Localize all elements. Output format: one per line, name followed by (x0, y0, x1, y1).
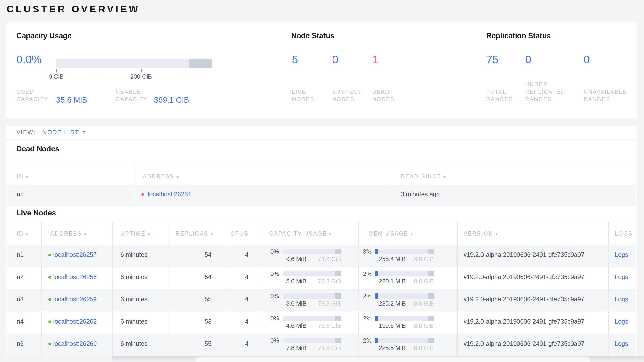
sort-desc-icon: ▼ (25, 232, 29, 236)
under-replicated-count: 0 (525, 53, 531, 66)
capacity-percent: 0% (263, 315, 279, 322)
node-replicas: 54 (170, 273, 212, 281)
col-capacity-usage[interactable]: CAPACITY USAGE▼ (269, 231, 332, 237)
node-uptime: 6 minutes (120, 340, 148, 347)
memory-values: 235.2 MiB8.0 GiB (376, 300, 434, 307)
node-cpus: 4 (226, 340, 248, 347)
total-ranges-stat: 75 TOTAL RANGES (486, 23, 523, 118)
memory-bar-fill (376, 316, 378, 321)
view-label: VIEW: (16, 129, 36, 136)
capacity-values: 8.6 MiB73.8 GiB (283, 300, 341, 307)
memory-total: 8.0 GiB (414, 300, 434, 307)
column-divider (170, 222, 170, 356)
sort-desc-icon: ▼ (210, 232, 214, 236)
axis-tick (56, 69, 56, 72)
sort-desc-icon: ▼ (495, 232, 498, 236)
live-nodes-table-body: n1 localhost:26257 6 minutes 54 4 0% 9.6… (6, 245, 637, 356)
sort-desc-icon: ▼ (83, 232, 87, 236)
node-address-link[interactable]: localhost:26261 (148, 191, 191, 198)
node-replicas: 54 (170, 251, 212, 258)
memory-percent: 2% (356, 293, 372, 300)
view-selector-dropdown[interactable]: NODE LIST ▼ (42, 129, 87, 136)
memory-total: 8.0 GiB (414, 322, 434, 329)
dead-col-dead-since[interactable]: DEAD SINCE▼ (401, 173, 446, 180)
memory-usage-bar (376, 293, 434, 299)
node-uptime: 6 minutes (120, 295, 148, 303)
axis-tick-label: 0 GiB (49, 73, 64, 80)
live-node-row: n3 localhost:26259 6 minutes 55 4 0% 8.6… (6, 289, 637, 311)
logs-link[interactable]: Logs (615, 273, 628, 281)
sort-desc-icon: ▼ (176, 175, 179, 179)
sort-desc-icon: ▼ (443, 175, 446, 179)
logs-link[interactable]: Logs (615, 340, 628, 347)
memory-bar-fill (376, 293, 378, 299)
col-uptime[interactable]: UPTIME▼ (120, 231, 150, 237)
capacity-used: 4.6 MiB (283, 322, 306, 329)
node-uptime: 6 minutes (120, 318, 148, 325)
node-cpus: 4 (226, 273, 248, 281)
capacity-used: 7.8 MiB (283, 344, 306, 351)
live-nodes-count: 5 (292, 53, 298, 66)
capacity-values: 9.6 MiB73.8 GiB (283, 256, 341, 263)
capacity-usage-bar (283, 293, 341, 299)
node-address-link[interactable]: localhost:26259 (53, 295, 97, 303)
live-status-icon (48, 343, 51, 345)
unavailable-ranges-stat: 0 UNAVAILABLE RANGES (584, 23, 643, 118)
node-address-link[interactable]: localhost:26262 (53, 318, 97, 325)
memory-total: 8.0 GiB (414, 278, 434, 285)
node-address-link[interactable]: localhost:26258 (53, 273, 97, 280)
node-id: n6 (17, 340, 24, 347)
column-divider (608, 222, 609, 356)
live-status-icon (48, 298, 51, 301)
suspect-nodes-label: SUSPECT NODES (332, 88, 370, 103)
node-address: localhost:26260 (48, 340, 97, 347)
memory-usage-bar (376, 271, 434, 276)
col-id[interactable]: ID▼ (17, 231, 29, 237)
total-ranges-count: 75 (486, 53, 498, 66)
memory-percent: 2% (356, 315, 372, 322)
sort-desc-icon: ▼ (328, 232, 332, 236)
node-id: n2 (17, 273, 24, 281)
node-address-link[interactable]: localhost:26260 (53, 340, 97, 347)
logs-link[interactable]: Logs (615, 318, 628, 325)
suspect-nodes-count: 0 (332, 53, 338, 66)
column-divider (390, 161, 391, 206)
col-address[interactable]: ADDRESS▼ (50, 231, 87, 237)
memory-percent: 3% (356, 248, 372, 255)
capacity-percent: 0% (263, 293, 279, 300)
usable-capacity-label: USABLE CAPACITY (116, 88, 154, 103)
used-capacity-label: USED CAPACITY (16, 88, 52, 103)
dead-col-id[interactable]: ID▼ (17, 173, 29, 180)
capacity-values: 7.8 MiB73.8 GiB (283, 344, 341, 351)
node-address-link[interactable]: localhost:26257 (53, 251, 97, 258)
node-cpus: 4 (226, 318, 248, 325)
memory-total: 8.0 GiB (414, 256, 434, 263)
column-divider (457, 222, 458, 356)
memory-values: 255.4 MiB8.0 GiB (376, 256, 434, 263)
node-version: v19.2.0-alpha.20190606-2491-gfe735c9a97 (464, 251, 584, 258)
memory-values: 225.5 MiB8.0 GiB (376, 344, 434, 351)
dead-nodes-table-header: ID▼ ADDRESS▼ DEAD SINCE▼ (6, 161, 637, 185)
memory-values: 220.1 MiB8.0 GiB (376, 278, 434, 285)
node-id: n5 (17, 191, 24, 198)
capacity-used-percent: 0.0% (16, 53, 42, 66)
view-selected-option: NODE LIST (42, 129, 79, 136)
live-nodes-table-header: ID▼ ADDRESS▼ UPTIME▼ REPLICAS▼ CPUS CAPA… (6, 222, 637, 245)
total-ranges-label: TOTAL RANGES (486, 88, 523, 103)
node-id: n4 (17, 318, 24, 325)
dead-since-value: 3 minutes ago (401, 191, 440, 198)
logs-link[interactable]: Logs (615, 251, 628, 258)
dead-col-address[interactable]: ADDRESS▼ (143, 173, 179, 180)
column-divider (226, 222, 226, 356)
col-mem-usage[interactable]: MEM USAGE▼ (368, 231, 413, 237)
logs-link[interactable]: Logs (615, 295, 628, 303)
capacity-used: 8.6 MiB (283, 300, 306, 307)
column-divider (259, 222, 260, 356)
node-version: v19.2.0-alpha.20190606-2491-gfe735c9a97 (464, 340, 584, 347)
node-replicas: 55 (170, 340, 212, 347)
col-version[interactable]: VERSION▼ (464, 231, 498, 237)
node-uptime: 6 minutes (120, 251, 148, 258)
col-replicas[interactable]: REPLICAS▼ (170, 231, 214, 237)
page-title: CLUSTER OVERVIEW (7, 4, 140, 15)
live-node-row: n1 localhost:26257 6 minutes 54 4 0% 9.6… (6, 245, 637, 267)
